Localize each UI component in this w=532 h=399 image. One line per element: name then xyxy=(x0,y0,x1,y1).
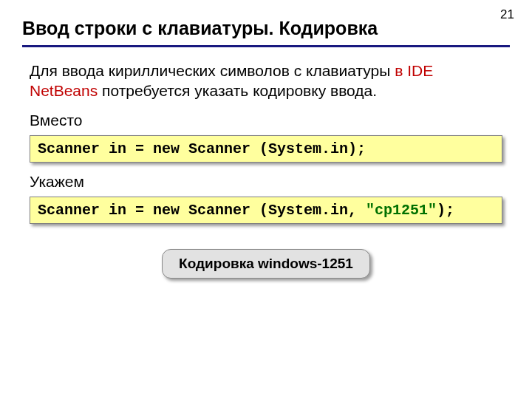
title-rule xyxy=(22,45,510,47)
page-number: 21 xyxy=(500,7,514,22)
code-2-encoding: "cp1251" xyxy=(366,202,437,219)
code-2-post: ); xyxy=(437,202,454,219)
intro-text-1: Для ввода кириллических символов с клави… xyxy=(30,62,395,79)
encoding-badge: Кодировка windows-1251 xyxy=(162,249,370,279)
code-block-2: Scanner in = new Scanner (System.in, "cp… xyxy=(30,197,502,224)
code-2-pre: Scanner in = new Scanner (System.in, xyxy=(38,202,366,219)
intro-text-2: потребуется указать кодировку ввода. xyxy=(98,82,377,99)
label-after: Укажем xyxy=(30,173,502,191)
label-before: Вместо xyxy=(30,112,502,129)
slide-content: Для ввода кириллических символов с клави… xyxy=(30,61,502,279)
badge-container: Кодировка windows-1251 xyxy=(30,249,502,279)
code-block-1: Scanner in = new Scanner (System.in); xyxy=(30,135,502,163)
code-1-text: Scanner in = new Scanner (System.in); xyxy=(38,140,366,157)
intro-paragraph: Для ввода кириллических символов с клави… xyxy=(30,61,502,101)
slide-title: Ввод строки с клавиатуры. Кодировка xyxy=(22,18,532,44)
